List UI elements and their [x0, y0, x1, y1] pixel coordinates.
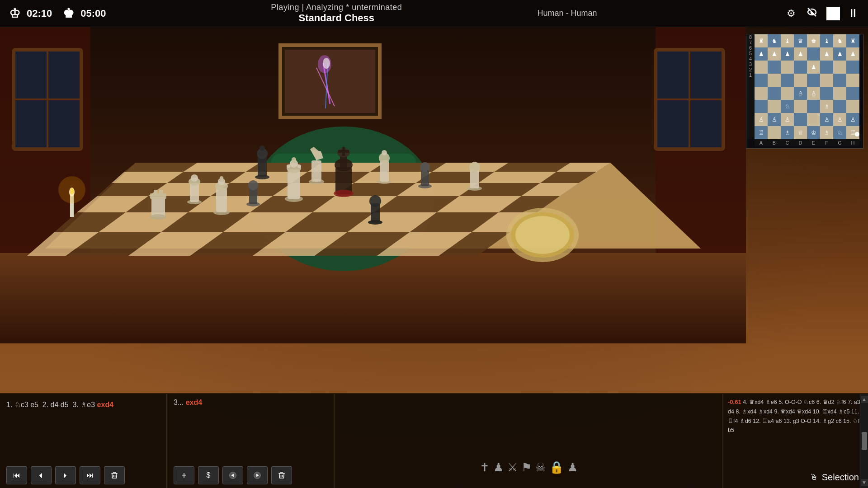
- minimap-rank-5: 5: [746, 51, 755, 56]
- minimap-row-8: ♜♞♝♛♚♝♞♜: [755, 34, 859, 47]
- minimap-cell-5-5: ♗: [820, 100, 833, 113]
- svg-rect-82: [159, 190, 163, 194]
- minimap-cell-3-6: [833, 74, 846, 87]
- minimap[interactable]: 8 7 6 5 4 3 2 1 ♜♞♝♛♚♝♞♜♟♟♟♟♟♟♟♟♙♙♘♗♙♙♙♙…: [746, 34, 863, 149]
- hide-button[interactable]: [805, 5, 819, 22]
- current-move-highlight: exd4: [186, 399, 202, 406]
- svg-rect-79: [151, 197, 165, 217]
- minimap-position-dot: [855, 132, 859, 136]
- delete-variation-button[interactable]: [271, 466, 292, 484]
- minimap-cell-4-4: ♙: [807, 87, 820, 100]
- delete-move-button[interactable]: [104, 466, 125, 484]
- minimap-cell-4-5: [820, 87, 833, 100]
- minimap-cell-3-1: [768, 74, 781, 87]
- minimap-file-a: A: [755, 139, 768, 146]
- moves-text: 1. ♘c3 e5 2. d4 d5 3. ♗e3: [6, 401, 97, 408]
- minimap-cell-1-3: ♟: [794, 47, 807, 61]
- minimap-cell-6-2: ♙: [781, 113, 794, 126]
- svg-point-120: [420, 162, 430, 172]
- svg-point-66: [58, 176, 85, 203]
- minimap-cell-4-1: [768, 87, 781, 100]
- minimap-files: A B C D E F G H: [746, 139, 863, 146]
- minimap-cell-0-3: ♛: [794, 34, 807, 47]
- minimap-cell-2-4: ♟: [807, 61, 820, 74]
- lock-icon[interactable]: 🔒: [549, 460, 564, 474]
- minimap-rank-4: 4: [746, 56, 755, 61]
- svg-point-123: [469, 162, 480, 173]
- minimap-board: ♜♞♝♛♚♝♞♜♟♟♟♟♟♟♟♟♙♙♘♗♙♙♙♙♙♙♖♗♕♔♗♘♖: [755, 34, 859, 139]
- minimap-cell-5-2: ♘: [781, 100, 794, 113]
- svg-rect-93: [288, 169, 300, 199]
- minimap-file-d: D: [794, 139, 807, 146]
- move-history-text: 1. ♘c3 e5 2. d4 d5 3. ♗e3 exd4: [6, 399, 160, 463]
- last-move-button[interactable]: ⏭: [80, 466, 100, 484]
- svg-rect-77: [338, 150, 349, 153]
- minimap-row-6: ♟: [755, 61, 859, 74]
- panel2-controls: + $: [174, 463, 327, 488]
- minimap-cell-0-4: ♚: [807, 34, 820, 47]
- piece-icons: ✝ ♟ ⚔ ⚑ ☠ 🔒 ♟: [480, 460, 578, 474]
- pawn-icon[interactable]: ♟: [493, 460, 504, 474]
- minimap-cell-3-2: [781, 74, 794, 87]
- minimap-cell-5-6: [833, 100, 846, 113]
- piece-selector-panel: ✝ ♟ ⚔ ⚑ ☠ 🔒 ♟: [335, 394, 723, 488]
- minimap-cell-6-7: ♙: [846, 113, 859, 126]
- minimap-cell-3-5: [820, 74, 833, 87]
- settings-button[interactable]: ⚙: [785, 6, 797, 21]
- white-square-button[interactable]: [826, 7, 840, 20]
- next-move-button[interactable]: ⏵: [55, 466, 76, 484]
- minimap-cell-0-1: ♞: [768, 34, 781, 47]
- move-highlight-1: exd4: [97, 401, 113, 408]
- scroll-thumb: [862, 432, 867, 450]
- pawn2-icon[interactable]: ♟: [567, 460, 578, 474]
- minimap-file-h: H: [846, 139, 859, 146]
- first-move-button[interactable]: ⏮: [6, 466, 27, 484]
- game-status: Playing | Analyzing * unterminated: [271, 3, 402, 12]
- sword-icon[interactable]: ✝: [480, 460, 490, 474]
- minimap-rank-1: 1: [746, 72, 755, 78]
- flag-icon[interactable]: ⚑: [521, 460, 532, 474]
- minimap-file-f: F: [820, 139, 833, 146]
- prev-move-button[interactable]: ⏴: [31, 466, 52, 484]
- minimap-file-e: E: [807, 139, 820, 146]
- minimap-cell-2-3: [794, 61, 807, 74]
- minimap-cell-6-6: ♙: [833, 113, 846, 126]
- analysis-scrollbar: ▲ ▼: [860, 394, 868, 488]
- add-variation-button[interactable]: +: [174, 466, 194, 484]
- minimap-cell-1-6: ♟: [833, 47, 846, 61]
- crossed-swords-icon[interactable]: ⚔: [507, 460, 518, 474]
- svg-point-78: [334, 190, 354, 197]
- go-back-button[interactable]: [222, 466, 243, 484]
- svg-rect-115: [380, 160, 389, 182]
- minimap-cell-5-1: [768, 100, 781, 113]
- minimap-cell-6-4: [807, 113, 820, 126]
- move-prefix: 3...: [174, 399, 186, 406]
- minimap-cell-5-3: [794, 100, 807, 113]
- minimap-rank-2: 2: [746, 67, 755, 72]
- skull-icon[interactable]: ☠: [535, 460, 546, 474]
- minimap-cell-2-1: [768, 61, 781, 74]
- svg-point-105: [191, 174, 198, 182]
- minimap-cell-2-7: [846, 61, 859, 74]
- svg-point-113: [259, 145, 265, 151]
- players-label: Human - Human: [538, 9, 597, 18]
- minimap-row-1: ♖♗♕♔♗♘♖: [755, 126, 859, 139]
- minimap-cell-7-4: ♔: [807, 126, 820, 139]
- minimap-cell-1-0: ♟: [755, 47, 768, 61]
- scroll-up-button[interactable]: ▲: [861, 396, 868, 403]
- minimap-cell-7-2: ♗: [781, 126, 794, 139]
- scroll-down-button[interactable]: ▼: [861, 479, 868, 486]
- selection-text: Selection: [822, 472, 859, 483]
- pause-button[interactable]: ⏸: [847, 6, 859, 20]
- minimap-row-4: ♙♙: [755, 87, 859, 100]
- minimap-cell-6-0: ♙: [755, 113, 768, 126]
- minimap-cell-7-0: ♖: [755, 126, 768, 139]
- minimap-rank-7: 7: [746, 40, 755, 45]
- svg-point-71: [323, 58, 330, 69]
- go-forward-button[interactable]: [247, 466, 268, 484]
- add-comment-button[interactable]: $: [198, 466, 219, 484]
- black-king-icon: ♚: [63, 6, 74, 21]
- minimap-row-7: ♟♟♟♟♟♟♟: [755, 47, 859, 61]
- minimap-cell-1-5: ♟: [820, 47, 833, 61]
- minimap-rank-8: 8: [746, 34, 755, 40]
